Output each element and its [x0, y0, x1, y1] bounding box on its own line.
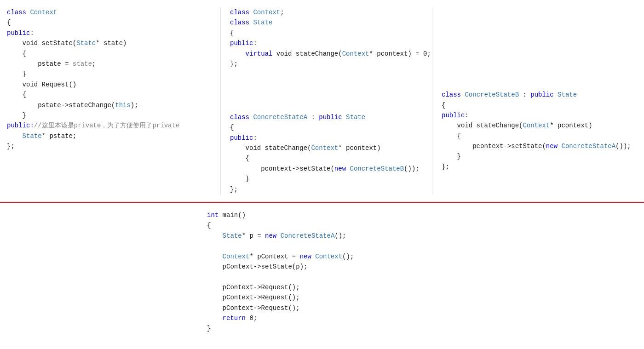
code-line: }; [230, 59, 423, 69]
code-line [442, 80, 635, 90]
code-line [442, 7, 635, 17]
code-line: class Context [7, 7, 211, 17]
code-line [207, 272, 644, 282]
code-area: class Context { public: void setState(St… [0, 0, 644, 349]
code-line: }; [442, 162, 635, 172]
code-line [230, 92, 423, 102]
code-line: void setState(State* state) [7, 38, 211, 48]
code-line [230, 102, 423, 112]
code-line: class ConcreteStateB : public State [442, 90, 635, 100]
code-line [442, 49, 635, 59]
col-concrete-b: class ConcreteStateB : public State { pu… [432, 7, 644, 195]
code-line: public: [230, 38, 423, 48]
code-line [442, 69, 635, 79]
code-line: Context* pContext = new Context(); [207, 252, 644, 262]
code-line: { [7, 49, 211, 59]
code-line: void stateChange(Context* pcontext) [230, 143, 423, 153]
context-state-block: class Context; class State { public: vir… [230, 7, 423, 69]
code-line: public: [7, 28, 211, 38]
code-line [442, 28, 635, 38]
code-line [230, 81, 423, 92]
code-line: { [442, 131, 635, 141]
code-line: int main() [207, 210, 644, 220]
code-line: void stateChange(Context* pcontext) [442, 120, 635, 131]
code-line: public: [442, 110, 635, 120]
code-line: } [7, 110, 211, 120]
code-line: class Context; [230, 7, 423, 17]
code-line: virtual void stateChange(Context* pconte… [230, 49, 423, 59]
code-line: pcontext->setState(new ConcreteStateB())… [230, 164, 423, 174]
code-line: pContext->setState(p); [207, 262, 644, 272]
code-line: public://这里本该是private，为了方便使用了private [7, 120, 211, 131]
code-line: pstate = state; [7, 59, 211, 69]
code-line: }; [230, 184, 423, 195]
code-line [442, 17, 635, 28]
code-line [207, 241, 644, 251]
code-line: void Request() [7, 80, 211, 90]
code-line: State* pstate; [7, 131, 211, 141]
code-line: } [230, 174, 423, 184]
code-line: pContext->Request(); [207, 303, 644, 313]
code-line: return 0; [207, 313, 644, 323]
code-line: public: [230, 133, 423, 143]
code-line: }; [7, 141, 211, 151]
code-line: { [7, 17, 211, 28]
code-line: { [207, 220, 644, 230]
section-divider [0, 202, 644, 203]
code-line: { [230, 153, 423, 163]
code-line [442, 59, 635, 69]
code-line: class State [230, 17, 423, 28]
col-state: class Context; class State { public: vir… [221, 7, 432, 195]
code-line: } [442, 151, 635, 161]
code-line: pcontext->setState(new ConcreteStateA())… [442, 141, 635, 151]
code-line: class ConcreteStateA : public State [230, 112, 423, 122]
code-line: pstate->stateChange(this); [7, 100, 211, 110]
top-section: class Context { public: void setState(St… [0, 4, 644, 198]
code-line: } [207, 323, 644, 333]
main-section: int main() { State* p = new ConcreteStat… [0, 206, 644, 338]
code-line: { [230, 122, 423, 132]
code-line [442, 38, 635, 48]
code-line: pContext->Request(); [207, 282, 644, 292]
code-line [230, 71, 423, 81]
code-line: pContext->Request(); [207, 292, 644, 303]
code-line: { [7, 90, 211, 100]
code-line: { [230, 28, 423, 38]
col-context: class Context { public: void setState(St… [0, 7, 221, 195]
code-line: State* p = new ConcreteStateA(); [207, 231, 644, 241]
code-line: { [442, 100, 635, 110]
code-line: } [7, 69, 211, 79]
